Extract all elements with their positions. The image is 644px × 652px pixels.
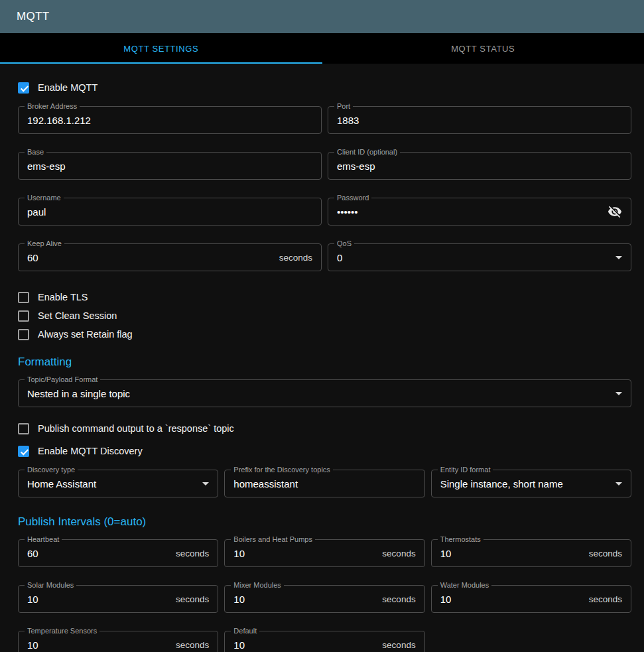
discovery-type-select[interactable]: Discovery type Home Assistant bbox=[18, 470, 218, 497]
field-value: Home Assistant bbox=[27, 478, 197, 489]
field-label: Port bbox=[334, 102, 353, 111]
checkbox-label: Enable TLS bbox=[38, 292, 88, 302]
field-suffix: seconds bbox=[589, 594, 622, 604]
field-value: Nested in a single topic bbox=[27, 388, 610, 399]
enable-tls-checkbox[interactable]: Enable TLS bbox=[18, 289, 631, 305]
field-value: 10 bbox=[233, 639, 377, 651]
checkbox-label: Always set Retain flag bbox=[38, 329, 133, 340]
field-suffix: seconds bbox=[176, 549, 209, 558]
field-label: Prefix for the Discovery topics bbox=[231, 466, 333, 474]
field-label: Discovery type bbox=[25, 466, 78, 474]
field-value: ems-esp bbox=[27, 161, 312, 172]
field-suffix: seconds bbox=[176, 640, 209, 650]
entity-id-format-select[interactable]: Entity ID format Single instance, short … bbox=[431, 470, 631, 497]
field-label: Mixer Modules bbox=[231, 581, 284, 590]
chevron-down-icon bbox=[202, 482, 209, 486]
checkbox-icon[interactable] bbox=[18, 310, 29, 322]
tab-bar: MQTT SETTINGS MQTT STATUS bbox=[0, 33, 644, 64]
topic-payload-format-select[interactable]: Topic/Payload Format Nested in a single … bbox=[18, 379, 631, 407]
page-title: MQTT bbox=[17, 10, 49, 23]
field-suffix: seconds bbox=[176, 594, 209, 604]
broker-address-field[interactable]: Broker Address 192.168.1.212 bbox=[18, 106, 322, 134]
field-value: 10 bbox=[27, 594, 170, 605]
clean-session-checkbox[interactable]: Set Clean Session bbox=[18, 308, 631, 324]
field-label: Water Modules bbox=[438, 581, 492, 590]
field-suffix: seconds bbox=[382, 640, 415, 650]
tab-mqtt-settings[interactable]: MQTT SETTINGS bbox=[0, 33, 322, 64]
field-suffix: seconds bbox=[589, 549, 622, 558]
field-value: 0 bbox=[337, 252, 610, 263]
field-label: Heartbeat bbox=[25, 535, 62, 544]
enable-mqtt-checkbox[interactable]: Enable MQTT bbox=[18, 80, 631, 96]
mixer-interval-field[interactable]: Mixer Modules 10 seconds bbox=[224, 585, 424, 613]
publish-intervals-section-heading: Publish Intervals (0=auto) bbox=[18, 515, 631, 529]
field-suffix: seconds bbox=[382, 549, 415, 558]
water-interval-field[interactable]: Water Modules 10 seconds bbox=[431, 585, 631, 613]
password-field[interactable]: Password •••••• bbox=[328, 198, 631, 226]
checkbox-icon[interactable] bbox=[18, 82, 29, 94]
base-field[interactable]: Base ems-esp bbox=[18, 152, 322, 180]
checkbox-icon[interactable] bbox=[18, 329, 29, 340]
formatting-section-heading: Formatting bbox=[18, 356, 631, 369]
checkbox-label: Enable MQTT bbox=[38, 82, 97, 93]
checkbox-label: Publish command output to a `response` t… bbox=[38, 423, 234, 434]
field-label: Solar Modules bbox=[25, 581, 76, 590]
field-label: Default bbox=[231, 627, 259, 635]
port-field[interactable]: Port 1883 bbox=[328, 106, 631, 134]
field-value: 192.168.1.212 bbox=[27, 115, 312, 126]
checkbox-icon[interactable] bbox=[18, 423, 29, 434]
field-label: Entity ID format bbox=[438, 466, 493, 474]
field-value: paul bbox=[27, 206, 312, 218]
field-value: 60 bbox=[27, 548, 170, 559]
solar-interval-field[interactable]: Solar Modules 10 seconds bbox=[18, 585, 218, 613]
boilers-interval-field[interactable]: Boilers and Heat Pumps 10 seconds bbox=[224, 539, 424, 567]
settings-form: Enable MQTT Broker Address 192.168.1.212… bbox=[0, 64, 644, 652]
checkbox-label: Enable MQTT Discovery bbox=[38, 446, 143, 456]
qos-select[interactable]: QoS 0 bbox=[328, 243, 631, 271]
field-label: Broker Address bbox=[25, 102, 80, 111]
client-id-field[interactable]: Client ID (optional) ems-esp bbox=[328, 152, 631, 180]
app-header: MQTT bbox=[0, 0, 644, 33]
field-value: 10 bbox=[440, 594, 584, 605]
field-value: 10 bbox=[233, 548, 377, 559]
field-label: Username bbox=[25, 194, 64, 202]
field-value: •••••• bbox=[337, 206, 602, 218]
discovery-prefix-field[interactable]: Prefix for the Discovery topics homeassi… bbox=[224, 470, 424, 497]
field-label: Base bbox=[25, 148, 46, 157]
checkbox-icon[interactable] bbox=[18, 446, 29, 457]
field-value: 1883 bbox=[337, 115, 622, 126]
keep-alive-field[interactable]: Keep Alive 60 seconds bbox=[18, 243, 322, 271]
field-label: Boilers and Heat Pumps bbox=[231, 535, 315, 544]
field-label: Password bbox=[334, 194, 371, 202]
heartbeat-interval-field[interactable]: Heartbeat 60 seconds bbox=[18, 539, 218, 567]
retain-flag-checkbox[interactable]: Always set Retain flag bbox=[18, 326, 631, 342]
field-value: 10 bbox=[440, 548, 584, 559]
field-value: homeassistant bbox=[233, 478, 415, 489]
enable-mqtt-discovery-checkbox[interactable]: Enable MQTT Discovery bbox=[18, 443, 631, 459]
visibility-off-icon[interactable] bbox=[608, 204, 622, 219]
field-value: 60 bbox=[27, 252, 274, 263]
field-value: Single instance, short name bbox=[440, 478, 610, 489]
chevron-down-icon bbox=[615, 392, 622, 395]
field-label: Temperature Sensors bbox=[25, 627, 99, 635]
default-interval-field[interactable]: Default 10 seconds bbox=[224, 631, 424, 652]
username-field[interactable]: Username paul bbox=[18, 198, 322, 226]
field-label: Keep Alive bbox=[25, 239, 64, 248]
field-label: Thermostats bbox=[438, 535, 483, 544]
checkbox-label: Set Clean Session bbox=[38, 310, 117, 321]
field-label: QoS bbox=[334, 239, 354, 248]
field-value: 10 bbox=[233, 594, 377, 605]
chevron-down-icon bbox=[615, 482, 622, 486]
thermostats-interval-field[interactable]: Thermostats 10 seconds bbox=[431, 539, 631, 567]
field-suffix: seconds bbox=[279, 253, 312, 263]
field-value: ems-esp bbox=[337, 161, 622, 172]
chevron-down-icon bbox=[615, 256, 622, 259]
temperature-sensors-interval-field[interactable]: Temperature Sensors 10 seconds bbox=[18, 631, 218, 652]
field-value: 10 bbox=[27, 639, 170, 651]
checkbox-icon[interactable] bbox=[18, 292, 29, 303]
field-label: Topic/Payload Format bbox=[25, 375, 100, 384]
field-suffix: seconds bbox=[382, 594, 415, 604]
field-label: Client ID (optional) bbox=[334, 148, 400, 157]
publish-response-checkbox[interactable]: Publish command output to a `response` t… bbox=[18, 421, 631, 436]
tab-mqtt-status[interactable]: MQTT STATUS bbox=[322, 33, 644, 64]
